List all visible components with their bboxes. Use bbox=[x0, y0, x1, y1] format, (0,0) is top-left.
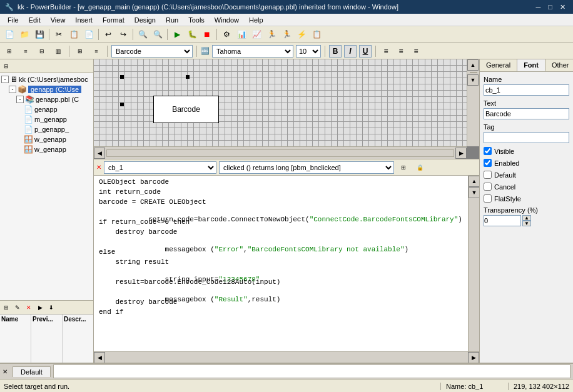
menu-run[interactable]: Run bbox=[161, 15, 183, 25]
barcode-widget[interactable]: Barcode bbox=[153, 96, 219, 123]
cancel-checkbox[interactable] bbox=[484, 183, 492, 191]
align-right-button[interactable]: ≡ bbox=[410, 45, 422, 58]
italic-button[interactable]: I bbox=[344, 45, 357, 58]
menu-help[interactable]: Help bbox=[244, 15, 268, 25]
bold-button[interactable]: B bbox=[329, 45, 342, 58]
code-btn2[interactable]: 🔒 bbox=[413, 161, 427, 174]
save-button[interactable]: 💾 bbox=[33, 28, 46, 41]
font-name-dropdown[interactable]: Tahoma bbox=[212, 45, 293, 58]
design-canvas[interactable]: Barcode bbox=[94, 59, 467, 146]
scroll-right[interactable]: ▶ bbox=[455, 148, 467, 159]
code-scroll-right[interactable]: ▶ bbox=[468, 352, 479, 363]
code-object-dropdown[interactable]: cb_1 bbox=[104, 161, 216, 174]
menu-insert[interactable]: Insert bbox=[70, 15, 98, 25]
tag-input[interactable] bbox=[484, 132, 569, 143]
toolbar-btn-extra4[interactable]: 🏃 bbox=[280, 28, 293, 41]
align-left-button[interactable]: ≡ bbox=[380, 45, 392, 58]
find-button[interactable]: 🔍 bbox=[136, 28, 150, 41]
bottom-btn3[interactable]: ✕ bbox=[24, 303, 34, 313]
code-btn1[interactable]: ⊞ bbox=[397, 161, 410, 174]
bottom-btn5[interactable]: ⬇ bbox=[46, 303, 56, 313]
canvas-scrollbar-v[interactable]: ▲ ▼ bbox=[467, 59, 479, 146]
tree-node-pbl[interactable]: - 📚 genapp.pbl (C bbox=[1, 94, 92, 104]
scroll-left[interactable]: ◀ bbox=[94, 148, 105, 159]
bottom-btn1[interactable]: ⊞ bbox=[1, 303, 11, 313]
run-button[interactable]: ▶ bbox=[170, 28, 184, 41]
cut-button[interactable]: ✂ bbox=[52, 28, 66, 41]
tree-btn1[interactable]: ⊟ bbox=[1, 61, 11, 71]
format-btn1[interactable]: ⊞ bbox=[3, 44, 16, 58]
menu-edit[interactable]: Edit bbox=[24, 15, 46, 25]
menu-design[interactable]: Design bbox=[129, 15, 161, 25]
toolbar-btn-extra2[interactable]: 📈 bbox=[250, 28, 263, 41]
tree-node-mgenapp[interactable]: 📄 m_genapp bbox=[1, 114, 92, 124]
default-checkbox[interactable] bbox=[484, 171, 492, 179]
close-output-icon[interactable]: ✕ bbox=[3, 368, 8, 375]
tree-node-genapp[interactable]: - 📦 genapp (C:\Use bbox=[1, 84, 92, 94]
code-h-track[interactable] bbox=[105, 352, 468, 363]
scroll-up[interactable]: ▲ bbox=[467, 59, 479, 71]
bottom-btn2[interactable]: ✎ bbox=[13, 303, 23, 313]
output-tab-default[interactable]: Default bbox=[13, 366, 51, 377]
format-btn2[interactable]: ≡ bbox=[19, 44, 33, 58]
spinner-down[interactable]: ▼ bbox=[522, 221, 531, 226]
minimize-button[interactable]: ─ bbox=[534, 3, 544, 11]
text-input[interactable] bbox=[484, 108, 569, 119]
name-input[interactable] bbox=[484, 84, 569, 96]
control-name-dropdown[interactable]: Barcode bbox=[111, 45, 193, 58]
bottom-btn4[interactable]: ▶ bbox=[35, 303, 45, 313]
format-btn3[interactable]: ⊟ bbox=[35, 44, 49, 58]
paste-button[interactable]: 📄 bbox=[82, 28, 96, 41]
replace-button[interactable]: 🔍 bbox=[151, 28, 165, 41]
h-scrollbar-track[interactable] bbox=[106, 149, 454, 157]
spinner-up[interactable]: ▲ bbox=[522, 215, 531, 221]
toolbar-btn-extra1[interactable]: 📊 bbox=[235, 28, 248, 41]
flatstyle-checkbox[interactable] bbox=[484, 194, 492, 203]
format-btn5[interactable]: ⊞ bbox=[73, 44, 87, 58]
copy-button[interactable]: 📋 bbox=[67, 28, 81, 41]
format-btn4[interactable]: ▥ bbox=[51, 44, 65, 58]
menu-view[interactable]: View bbox=[46, 15, 71, 25]
scroll-down[interactable]: ▼ bbox=[467, 74, 479, 86]
undo-button[interactable]: ↩ bbox=[101, 28, 115, 41]
maximize-button[interactable]: □ bbox=[545, 3, 555, 11]
tree-node-wgenapp1[interactable]: 🪟 w_genapp bbox=[1, 134, 92, 144]
menu-window[interactable]: Window bbox=[210, 15, 244, 25]
close-button[interactable]: ✕ bbox=[557, 3, 568, 11]
code-editor[interactable]: OLEObject barcode int return_code barcod… bbox=[94, 176, 468, 351]
tab-font[interactable]: Font bbox=[517, 59, 545, 71]
code-scroll-left[interactable]: ◀ bbox=[94, 352, 105, 363]
tab-other[interactable]: Other bbox=[545, 59, 573, 71]
stop-button[interactable]: ⏹ bbox=[200, 28, 214, 41]
align-center-button[interactable]: ≡ bbox=[395, 45, 407, 58]
tab-general[interactable]: General bbox=[480, 59, 517, 71]
expand-icon[interactable]: - bbox=[1, 76, 9, 83]
menu-tools[interactable]: Tools bbox=[183, 15, 210, 25]
code-scroll-down[interactable]: ▼ bbox=[469, 187, 479, 198]
new-button[interactable]: 📄 bbox=[3, 28, 16, 41]
tree-node-kk[interactable]: - 🖥 kk (C:\Users\jamesboc bbox=[1, 74, 92, 84]
toolbar-btn-extra3[interactable]: 🏃 bbox=[265, 28, 278, 41]
toolbar-btn-extra5[interactable]: ⚡ bbox=[295, 28, 308, 41]
code-scrollbar-v[interactable]: ▲ ▼ bbox=[468, 176, 479, 351]
expand-icon3[interactable]: - bbox=[16, 96, 24, 103]
underline-button[interactable]: U bbox=[359, 45, 372, 58]
tree-node-wgenapp2[interactable]: 🪟 w_genapp bbox=[1, 144, 92, 154]
enabled-checkbox[interactable] bbox=[484, 159, 492, 167]
widget-container[interactable]: Barcode bbox=[122, 77, 188, 104]
transparency-input[interactable] bbox=[484, 215, 521, 226]
open-button[interactable]: 📁 bbox=[18, 28, 31, 41]
toolbar-btn-extra6[interactable]: 📋 bbox=[310, 28, 323, 41]
tree-node-genapp2[interactable]: 📄 genapp bbox=[1, 104, 92, 114]
redo-button[interactable]: ↪ bbox=[116, 28, 130, 41]
visible-checkbox[interactable] bbox=[484, 147, 492, 155]
debug-button[interactable]: 🐛 bbox=[185, 28, 199, 41]
expand-icon2[interactable]: - bbox=[9, 86, 16, 93]
v-scrollbar-track[interactable] bbox=[470, 72, 477, 73]
menu-file[interactable]: File bbox=[3, 15, 24, 25]
code-scroll-up[interactable]: ▲ bbox=[469, 176, 479, 187]
font-size-dropdown[interactable]: 10 bbox=[296, 45, 321, 58]
format-btn6[interactable]: ≡ bbox=[89, 44, 103, 58]
code-event-dropdown[interactable]: clicked () returns long [pbm_bnclicked] bbox=[219, 161, 394, 174]
canvas-scrollbar-h[interactable]: ◀ ▶ bbox=[94, 146, 467, 159]
